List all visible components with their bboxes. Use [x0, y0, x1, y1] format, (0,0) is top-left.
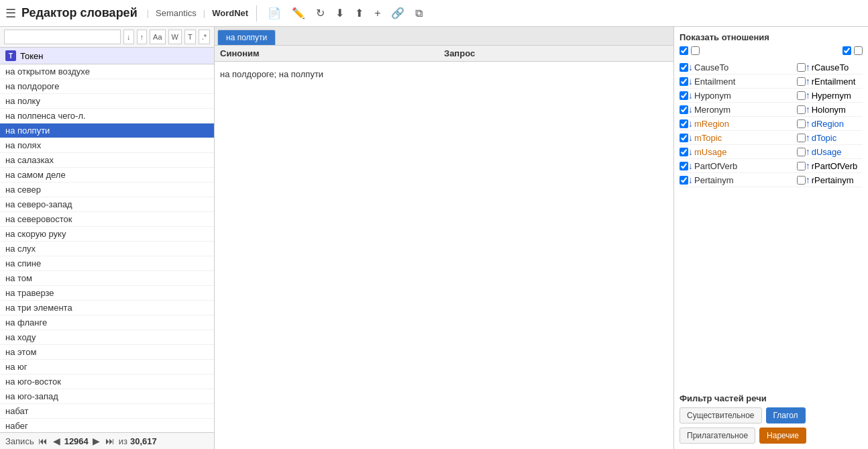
right-panel: Показать отношения ↓ CauseTo ↑ rCauseTo … [673, 27, 868, 449]
rel-check-right[interactable] [797, 162, 806, 170]
word-item[interactable]: на салазках [0, 153, 214, 168]
regex-btn[interactable]: .* [199, 30, 210, 44]
active-tab[interactable]: на полпути [217, 30, 276, 45]
rel-check-right[interactable] [797, 91, 806, 100]
pos-filter-btn[interactable]: Наречие [759, 428, 806, 444]
left-cb-group [680, 46, 700, 55]
rel-arrow-down: ↓ [688, 104, 693, 115]
word-list[interactable]: на открытом воздухена полдорогена полкун… [0, 64, 214, 432]
rel-arrow-up: ↑ [806, 132, 810, 143]
word-item[interactable]: на три элемента [0, 301, 214, 315]
word-item[interactable]: на спине [0, 256, 214, 271]
refresh-icon[interactable]: ↻ [313, 5, 327, 21]
token-btn[interactable]: T [184, 30, 196, 44]
window-icon[interactable]: ⧉ [413, 6, 425, 21]
tab-semantics[interactable]: Semantics [156, 8, 197, 18]
add-icon[interactable]: + [372, 6, 383, 21]
rel-arrow-down: ↓ [688, 146, 693, 157]
rel-check-left[interactable] [680, 119, 688, 128]
word-item[interactable]: на полпути [0, 123, 214, 138]
rel-check-left[interactable] [680, 77, 688, 86]
global-uncheck-left[interactable] [691, 46, 700, 55]
menu-icon[interactable]: ☰ [5, 6, 16, 21]
word-item[interactable]: на северовосток [0, 212, 214, 227]
word-item[interactable]: на юго-запад [0, 389, 214, 404]
word-item[interactable]: на самом деле [0, 168, 214, 183]
word-item[interactable]: на траверзе [0, 286, 214, 301]
page-prev-btn[interactable]: ◀ [52, 436, 62, 446]
sort-asc-btn[interactable]: ↑ [137, 30, 148, 44]
rel-name-right: rCauseTo [812, 62, 863, 72]
page-next-btn[interactable]: ▶ [91, 436, 101, 446]
search-bar: ↓ ↑ Aa W T .* [0, 27, 214, 48]
rel-arrow-up: ↑ [806, 90, 810, 101]
word-item[interactable]: на северо-запад [0, 197, 214, 212]
file-icon[interactable]: 📄 [265, 5, 284, 21]
word-item[interactable]: набат [0, 404, 214, 419]
word-item[interactable]: на фланге [0, 315, 214, 330]
word-item[interactable]: на ходу [0, 330, 214, 345]
relations-list: ↓ CauseTo ↑ rCauseTo ↓ Entailment ↑ rEnt… [680, 60, 863, 385]
word-item[interactable]: на слух [0, 242, 214, 256]
global-uncheck-right[interactable] [854, 46, 863, 55]
rel-check-right[interactable] [797, 176, 806, 185]
rel-check-left[interactable] [680, 105, 688, 114]
download-icon[interactable]: ⬇ [333, 5, 347, 21]
rel-check-left[interactable] [680, 134, 688, 142]
toolbar-divider [256, 5, 257, 21]
word-item[interactable]: набег [0, 419, 214, 432]
word-item[interactable]: на полку [0, 94, 214, 109]
rel-check-right[interactable] [797, 148, 806, 156]
rel-check-left[interactable] [680, 148, 688, 156]
rel-check-right[interactable] [797, 134, 806, 142]
rel-arrow-up: ↑ [806, 160, 810, 171]
upload-icon[interactable]: ⬆ [352, 5, 366, 21]
col-query-header: Запрос [444, 48, 668, 58]
edit-icon[interactable]: ✏️ [289, 5, 308, 21]
total-label: из [119, 436, 127, 446]
word-item[interactable]: на юго-восток [0, 375, 214, 389]
rel-check-left[interactable] [680, 176, 688, 185]
rel-name-right: Holonym [812, 105, 863, 115]
word-btn[interactable]: W [168, 30, 182, 44]
word-item[interactable]: на скорую руку [0, 227, 214, 242]
sort-desc-btn[interactable]: ↓ [123, 30, 134, 44]
rel-check-left[interactable] [680, 63, 688, 72]
word-item[interactable]: на полях [0, 138, 214, 153]
word-item[interactable]: на север [0, 183, 214, 197]
rel-check-left[interactable] [680, 162, 688, 170]
tab-wordnet[interactable]: WordNet [212, 8, 248, 18]
word-item[interactable]: на том [0, 271, 214, 286]
pos-buttons: СуществительноеГлаголПрилагательноеНареч… [680, 407, 863, 444]
word-item[interactable]: на полпенса чего-л. [0, 109, 214, 123]
relation-row: ↓ mUsage ↑ dUsage [680, 145, 863, 159]
word-item[interactable]: на открытом воздухе [0, 64, 214, 79]
rel-check-right[interactable] [797, 77, 806, 86]
word-item[interactable]: на полдороге [0, 79, 214, 94]
page-first-btn[interactable]: ⏮ [37, 436, 49, 446]
search-input[interactable] [4, 30, 121, 44]
global-check-right[interactable] [843, 46, 851, 55]
global-checkbox-row [680, 46, 863, 55]
global-check-left[interactable] [680, 46, 688, 55]
word-item[interactable]: на этом [0, 345, 214, 360]
rel-check-right[interactable] [797, 119, 806, 128]
relation-row: ↓ PartOfVerb ↑ rPartOfVerb [680, 159, 863, 173]
pos-filter-btn[interactable]: Существительное [680, 407, 762, 423]
word-item[interactable]: на юг [0, 360, 214, 375]
relation-row: ↓ mTopic ↑ dTopic [680, 131, 863, 145]
pos-filter-btn[interactable]: Глагол [766, 407, 806, 423]
relation-row: ↓ mRegion ↑ dRegion [680, 117, 863, 131]
right-cb-group [843, 46, 863, 55]
show-relations-title: Показать отношения [680, 32, 863, 42]
rel-name-left: mRegion [694, 119, 745, 129]
page-last-btn[interactable]: ⏭ [104, 436, 116, 446]
pos-filter-btn[interactable]: Прилагательное [680, 428, 755, 444]
rel-name-right: rPartOfVerb [812, 161, 863, 171]
rel-check-right[interactable] [797, 105, 806, 114]
rel-check-right[interactable] [797, 63, 806, 72]
case-btn[interactable]: Aa [150, 30, 165, 44]
link-icon[interactable]: 🔗 [388, 5, 407, 21]
rel-name-left: mUsage [694, 147, 745, 157]
rel-check-left[interactable] [680, 91, 688, 100]
